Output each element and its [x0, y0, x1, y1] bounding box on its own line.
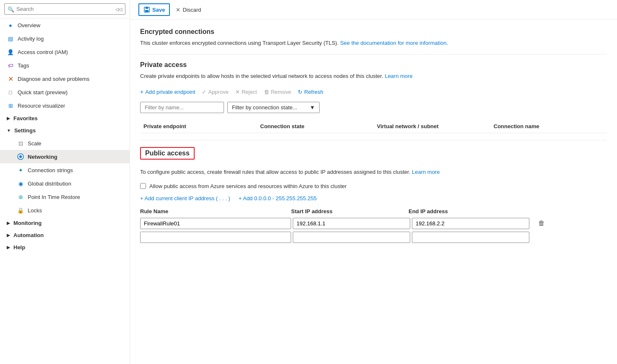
settings-label: Settings [14, 127, 36, 134]
sidebar-item-label: Resource visualizer [18, 103, 65, 109]
sidebar-item-networking[interactable]: Networking [0, 150, 130, 163]
sidebar-item-resource-visualizer[interactable]: ⊞ Resource visualizer [0, 99, 130, 112]
monitoring-section[interactable]: ▶ Monitoring [0, 217, 130, 229]
col-rule-name: Rule Name [140, 208, 291, 214]
search-section: 🔍 ◁◁ [0, 0, 130, 18]
end-ip-input-1[interactable] [412, 232, 529, 243]
sidebar-item-locks[interactable]: 🔒 Locks [0, 204, 130, 217]
refresh-button[interactable]: ↻ Refresh [298, 87, 323, 97]
toolbar: Save ✕ Discard [130, 0, 617, 20]
reject-icon: ✕ [235, 89, 240, 95]
start-ip-input-0[interactable] [293, 218, 410, 229]
automation-section[interactable]: ▶ Automation [0, 229, 130, 241]
end-ip-input-0[interactable] [412, 218, 529, 229]
save-button[interactable]: Save [138, 3, 170, 16]
sidebar-item-label: Point In Time Restore [28, 194, 80, 200]
quick-start-icon: □ [7, 88, 14, 96]
sidebar-item-label: Global distribution [28, 181, 71, 187]
settings-section[interactable]: ▼ Settings [0, 124, 130, 137]
save-icon [143, 6, 150, 13]
delete-icon: 🗑 [538, 219, 545, 227]
sidebar-item-global-distribution[interactable]: ◉ Global distribution [0, 177, 130, 190]
public-access-desc: To configure public access, create firew… [140, 168, 607, 176]
sidebar-item-label: Tags [18, 62, 29, 69]
refresh-icon: ↻ [298, 89, 302, 95]
resource-viz-icon: ⊞ [7, 102, 14, 109]
sidebar-item-label: Overview [18, 22, 40, 28]
col-start-ip: Start IP address [291, 208, 409, 214]
sidebar-item-overview[interactable]: ● Overview [0, 18, 130, 32]
rule-name-input-0[interactable] [140, 218, 291, 229]
sidebar-nav: ● Overview ▤ Activity log 👤 Access contr… [0, 18, 130, 253]
sidebar-item-label: Quick start (preview) [18, 89, 68, 96]
help-chevron: ▶ [7, 245, 10, 250]
col-actions [526, 208, 547, 214]
remove-icon: 🗑 [264, 89, 269, 95]
locks-icon: 🔒 [17, 207, 24, 214]
sidebar-item-connection-strings[interactable]: ✦ Connection strings [0, 163, 130, 177]
encrypted-connections-link[interactable]: See the documentation for more informati… [340, 40, 448, 46]
public-access-checkbox[interactable] [140, 183, 146, 189]
automation-label: Automation [13, 232, 44, 238]
add-ip-links: + Add current client IP address ( . . . … [140, 195, 607, 201]
private-access-actions: + Add private endpoint ✓ Approve ✕ Rejec… [140, 87, 607, 97]
public-access-section: Public access To configure public access… [140, 147, 607, 243]
scale-icon: ⊡ [17, 139, 24, 147]
fw-table-header: Rule Name Start IP address End IP addres… [140, 208, 607, 214]
private-access-section: Private access Create private endpoints … [140, 61, 607, 134]
search-input[interactable] [4, 3, 125, 15]
global-dist-icon: ◉ [17, 180, 24, 187]
iam-icon: 👤 [7, 48, 14, 56]
help-label: Help [13, 244, 25, 250]
favorites-section[interactable]: ▶ Favorites [0, 112, 130, 124]
automation-chevron: ▶ [7, 233, 10, 238]
encrypted-connections-section: Encrypted connections This cluster enfor… [140, 28, 607, 47]
sidebar-item-activity-log[interactable]: ▤ Activity log [0, 32, 130, 45]
filter-state-label: Filter by connection state... [232, 104, 297, 111]
rule-name-input-1[interactable] [140, 232, 291, 243]
search-icon: 🔍 [8, 6, 14, 12]
point-in-time-icon: ⊛ [17, 193, 24, 201]
help-section[interactable]: ▶ Help [0, 241, 130, 253]
page-content: Encrypted connections This cluster enfor… [130, 20, 617, 364]
sidebar-item-diagnose[interactable]: ✕ Diagnose and solve problems [0, 72, 130, 85]
sidebar-item-label: Activity log [18, 36, 44, 42]
sidebar-item-tags[interactable]: 🏷 Tags [0, 59, 130, 72]
networking-icon [17, 153, 24, 160]
add-private-endpoint-button[interactable]: + Add private endpoint [140, 87, 195, 97]
sidebar-item-quick-start[interactable]: □ Quick start (preview) [0, 85, 130, 99]
filter-name-input[interactable] [140, 102, 224, 113]
sidebar-item-label: Access control (IAM) [18, 49, 68, 55]
collapse-icon[interactable]: ◁◁ [115, 6, 122, 12]
col-connection-name: Connection name [490, 123, 607, 129]
private-access-desc: Create private endpoints to allow hosts … [140, 72, 607, 80]
public-access-title: Public access [145, 150, 190, 157]
sidebar-item-scale[interactable]: ⊡ Scale [0, 137, 130, 150]
discard-button[interactable]: ✕ Discard [172, 5, 205, 15]
add-ip-range-button[interactable]: + Add 0.0.0.0 - 255.255.255.255 [239, 195, 317, 201]
monitoring-label: Monitoring [13, 220, 42, 226]
save-label: Save [152, 7, 165, 13]
private-access-learn-more[interactable]: Learn more [385, 73, 412, 79]
remove-button[interactable]: 🗑 Remove [264, 87, 291, 97]
start-ip-input-1[interactable] [293, 232, 410, 243]
add-client-ip-button[interactable]: + Add current client IP address ( . . . … [140, 195, 230, 201]
public-access-checkbox-label: Allow public access from Azure services … [149, 183, 346, 189]
filter-state-select[interactable]: Filter by connection state... ▼ [227, 102, 320, 113]
table-row [140, 232, 607, 243]
col-end-ip: End IP address [409, 208, 526, 214]
sidebar-item-label: Connection strings [28, 167, 73, 173]
favorites-chevron: ▶ [7, 116, 10, 121]
sidebar-item-label: Diagnose and solve problems [18, 76, 89, 82]
approve-button[interactable]: ✓ Approve [202, 87, 228, 97]
col-virtual-network: Virtual network / subnet [374, 123, 490, 129]
public-access-checkbox-row: Allow public access from Azure services … [140, 183, 607, 189]
delete-row-button-0[interactable]: 🗑 [531, 218, 552, 229]
public-access-learn-more[interactable]: Learn more [412, 169, 440, 175]
svg-rect-3 [146, 7, 148, 9]
sidebar-item-access-control[interactable]: 👤 Access control (IAM) [0, 45, 130, 59]
reject-button[interactable]: ✕ Reject [235, 87, 257, 97]
discard-x-icon: ✕ [176, 7, 180, 13]
sidebar-item-point-in-time[interactable]: ⊛ Point In Time Restore [0, 190, 130, 204]
svg-rect-4 [145, 10, 148, 12]
